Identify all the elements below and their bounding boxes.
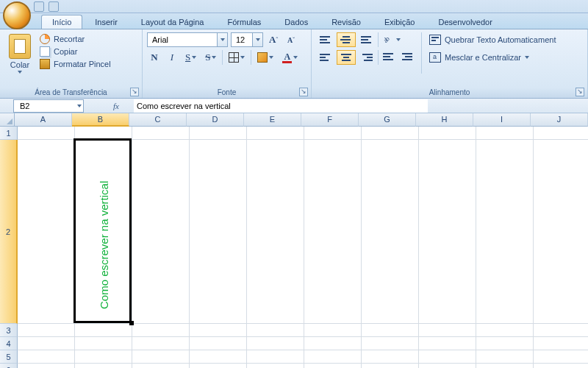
cell[interactable] (18, 140, 75, 324)
column-header[interactable]: H (416, 113, 473, 127)
cell[interactable] (247, 324, 304, 337)
borders-button[interactable] (226, 50, 248, 65)
cell[interactable] (362, 337, 419, 350)
tab-inserir[interactable]: Inserir (84, 15, 129, 29)
cell[interactable] (304, 140, 362, 324)
cell[interactable] (132, 324, 190, 337)
cell[interactable] (304, 324, 362, 337)
cell[interactable] (476, 350, 534, 364)
clipboard-launcher[interactable]: ↘ (130, 88, 139, 96)
align-center-button[interactable] (337, 50, 356, 65)
font-launcher[interactable]: ↘ (299, 88, 308, 96)
cell[interactable] (18, 350, 75, 364)
row-header[interactable]: 5 (0, 350, 18, 364)
cell[interactable] (419, 364, 476, 368)
cell[interactable] (190, 140, 247, 324)
cell[interactable] (534, 324, 588, 337)
wrap-text-button[interactable]: Quebrar Texto Automaticament (426, 32, 559, 47)
strikethrough-button[interactable]: S (202, 50, 219, 65)
cell[interactable] (476, 324, 534, 337)
qat-save-icon[interactable] (34, 1, 44, 12)
copy-button[interactable]: Copiar (40, 46, 111, 57)
cell[interactable] (362, 324, 419, 337)
cell[interactable] (419, 324, 476, 337)
cell[interactable] (132, 337, 190, 350)
font-size-combo[interactable]: 12 (231, 32, 263, 47)
grow-font-button[interactable]: Aˆ (266, 32, 281, 47)
tab-revis-o[interactable]: Revisão (320, 15, 372, 29)
cell[interactable] (190, 364, 247, 368)
qat-undo-icon[interactable] (49, 1, 59, 12)
column-header[interactable]: G (359, 113, 416, 127)
align-right-button[interactable] (357, 50, 376, 65)
fill-handle[interactable] (129, 321, 134, 325)
cell[interactable] (247, 337, 304, 350)
cell[interactable] (534, 337, 588, 350)
cell[interactable] (476, 337, 534, 350)
format-painter-button[interactable]: Formatar Pincel (40, 59, 111, 69)
cell[interactable] (18, 364, 75, 368)
cell[interactable] (247, 127, 304, 140)
name-box[interactable]: B2 (13, 99, 84, 113)
alignment-launcher[interactable]: ↘ (576, 88, 584, 96)
font-color-button[interactable]: A (279, 50, 301, 65)
cell[interactable] (304, 364, 362, 368)
cell[interactable] (18, 324, 75, 337)
column-header[interactable]: J (531, 113, 588, 127)
align-top-button[interactable] (316, 32, 335, 47)
select-all-corner[interactable] (0, 113, 15, 127)
column-header[interactable]: F (301, 113, 359, 127)
row-header[interactable]: 6 (0, 364, 18, 368)
formula-input[interactable] (134, 99, 428, 113)
cell[interactable] (247, 364, 304, 368)
orientation-button[interactable] (380, 32, 404, 47)
column-header[interactable]: C (129, 113, 187, 127)
cell[interactable] (476, 364, 534, 368)
align-left-button[interactable] (316, 50, 335, 65)
italic-button[interactable]: I (165, 50, 179, 65)
paste-button[interactable]: Colar (4, 32, 35, 74)
cell[interactable] (419, 140, 476, 324)
cell[interactable] (247, 140, 304, 324)
cell[interactable] (476, 140, 534, 324)
cell[interactable] (304, 337, 362, 350)
cut-button[interactable]: Recortar (40, 34, 111, 44)
cell-grid[interactable]: Como escrever na vertical (18, 127, 588, 368)
fill-color-button[interactable] (254, 50, 276, 65)
shrink-font-button[interactable]: Aˇ (284, 32, 298, 47)
cell[interactable] (419, 337, 476, 350)
cell[interactable] (362, 364, 419, 368)
cell[interactable] (362, 127, 419, 140)
cell[interactable] (75, 364, 132, 368)
column-header[interactable]: B (72, 113, 129, 127)
cell[interactable] (534, 127, 588, 140)
cell[interactable] (132, 350, 190, 364)
column-header[interactable]: I (473, 113, 531, 127)
cell[interactable] (75, 337, 132, 350)
row-header[interactable]: 1 (0, 127, 18, 140)
cell[interactable] (534, 364, 588, 368)
cell[interactable] (534, 140, 588, 324)
decrease-indent-button[interactable] (380, 50, 398, 65)
align-middle-button[interactable] (337, 32, 356, 47)
cell[interactable] (190, 324, 247, 337)
cell[interactable] (534, 350, 588, 364)
cell[interactable] (247, 350, 304, 364)
cell[interactable] (18, 337, 75, 350)
fx-button[interactable]: fx (104, 102, 128, 110)
tab-in-cio[interactable]: Início (41, 15, 82, 29)
bold-button[interactable]: N (147, 50, 162, 65)
cell[interactable] (419, 127, 476, 140)
cell[interactable] (18, 127, 75, 140)
increase-indent-button[interactable] (399, 50, 417, 65)
cell[interactable] (362, 350, 419, 364)
cell[interactable] (75, 324, 132, 337)
align-bottom-button[interactable] (357, 32, 376, 47)
tab-layout-da-p-gina[interactable]: Layout da Página (130, 15, 215, 29)
column-header[interactable]: E (244, 113, 301, 127)
underline-button[interactable]: S (182, 50, 199, 65)
cell[interactable] (304, 127, 362, 140)
cell[interactable] (476, 127, 534, 140)
column-header[interactable]: A (15, 113, 72, 127)
cell[interactable] (419, 350, 476, 364)
